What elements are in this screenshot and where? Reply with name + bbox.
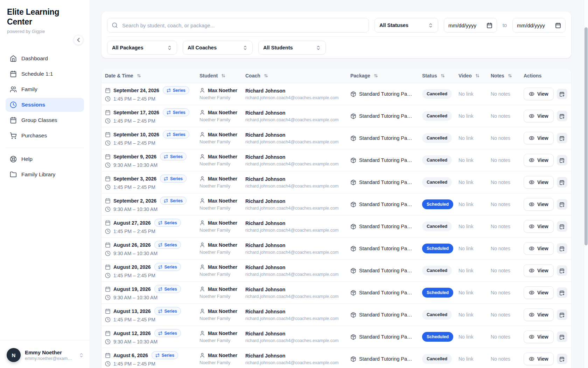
package-name: Standard Tutoring Pa… — [359, 246, 412, 251]
cell-package: Standard Tutoring Pa… — [350, 356, 422, 362]
notes-status: No notes — [491, 290, 510, 295]
column-header-student[interactable]: Student — [200, 73, 245, 79]
calendar-plus-icon — [559, 91, 565, 97]
student-name: Max Noether — [208, 353, 237, 358]
cell-package: Standard Tutoring Pa… — [350, 224, 422, 230]
coach-name: Richard Johnson — [245, 132, 285, 138]
view-button[interactable]: View — [524, 198, 554, 211]
sidebar-nav-primary: DashboardSchedule 1:1FamilySessionsGroup… — [0, 52, 90, 144]
calendar-icon — [486, 22, 492, 28]
calendar-icon — [10, 117, 17, 124]
add-to-calendar-button[interactable] — [557, 287, 567, 298]
view-button[interactable]: View — [524, 286, 554, 299]
table-body: September 24, 2026Series1:45 PM – 2:45 P… — [102, 83, 571, 368]
cell-actions: View — [524, 242, 571, 255]
sidebar-item-family-library[interactable]: Family Library — [6, 168, 84, 182]
notes-status: No notes — [491, 135, 510, 141]
add-to-calendar-button[interactable] — [557, 221, 567, 232]
column-header-notes[interactable]: Notes — [491, 73, 524, 79]
search-box — [107, 18, 369, 33]
cell-actions: View — [524, 132, 571, 144]
column-header-date-time[interactable]: Date & Time — [102, 73, 200, 79]
add-to-calendar-button[interactable] — [557, 309, 567, 320]
series-badge-label: Series — [164, 220, 177, 225]
calendar-icon — [105, 176, 111, 182]
view-button-label: View — [537, 202, 548, 207]
sidebar-item-family[interactable]: Family — [6, 82, 84, 96]
view-button[interactable]: View — [524, 132, 554, 144]
cell-package: Standard Tutoring Pa… — [350, 179, 422, 185]
view-button[interactable]: View — [524, 308, 554, 321]
view-button[interactable]: View — [524, 220, 554, 233]
add-to-calendar-button[interactable] — [557, 89, 567, 99]
column-header-status[interactable]: Status — [422, 73, 458, 79]
column-header-package[interactable]: Package — [350, 73, 422, 79]
coach-filter-select[interactable]: All Coaches — [183, 41, 253, 55]
date-from-input[interactable]: mm/dd/yyyy — [444, 18, 497, 33]
sidebar-nav-secondary: HelpFamily Library — [0, 152, 90, 183]
family-name: Noether Family — [200, 139, 230, 144]
series-badge-label: Series — [164, 287, 177, 292]
add-to-calendar-button[interactable] — [557, 332, 567, 342]
add-to-calendar-button[interactable] — [557, 155, 567, 165]
add-to-calendar-button[interactable] — [557, 199, 567, 210]
add-to-calendar-button[interactable] — [557, 111, 567, 121]
sidebar-item-help[interactable]: Help — [6, 152, 84, 166]
user-icon — [200, 264, 205, 270]
table-row: September 3, 2026Series1:45 PM – 2:45 PM… — [102, 171, 571, 193]
view-button[interactable]: View — [524, 264, 554, 277]
notes-status: No notes — [491, 91, 510, 97]
view-button[interactable]: View — [524, 330, 554, 343]
student-filter-select[interactable]: All Students — [258, 41, 326, 55]
sidebar-item-purchases[interactable]: Purchases — [6, 129, 84, 143]
series-badge-label: Series — [173, 132, 186, 137]
cell-video: No link — [458, 312, 491, 318]
video-link-status: No link — [458, 334, 474, 340]
cell-status: Scheduled — [422, 332, 458, 342]
status-filter-select[interactable]: All Statuses — [374, 18, 438, 33]
coach-email: richard.johnson.coach4@coaches.example.c… — [245, 316, 338, 321]
cell-package: Standard Tutoring Pa… — [350, 113, 422, 119]
sidebar-item-dashboard[interactable]: Dashboard — [6, 52, 84, 66]
add-to-calendar-button[interactable] — [557, 133, 567, 143]
add-to-calendar-button[interactable] — [557, 177, 567, 188]
scrollbar-thumb[interactable] — [584, 27, 588, 245]
sidebar-item-group-classes[interactable]: Group Classes — [6, 113, 84, 127]
column-label: Video — [458, 73, 472, 79]
session-date: September 17, 2026 — [113, 110, 159, 115]
add-to-calendar-button[interactable] — [557, 265, 567, 276]
eye-icon — [529, 202, 534, 207]
view-button[interactable]: View — [524, 176, 554, 189]
package-name: Standard Tutoring Pa… — [359, 290, 412, 295]
cell-status: Scheduled — [422, 199, 458, 209]
add-to-calendar-button[interactable] — [557, 243, 567, 254]
add-to-calendar-button[interactable] — [557, 354, 567, 364]
series-badge: Series — [163, 130, 189, 138]
status-badge: Scheduled — [422, 244, 453, 253]
sidebar-collapse-button[interactable] — [74, 35, 83, 45]
column-header-video[interactable]: Video — [458, 73, 491, 79]
sidebar-item-schedule-1-1[interactable]: Schedule 1:1 — [6, 67, 84, 81]
view-button[interactable]: View — [524, 353, 554, 365]
table-row: August 12, 2026Series9:30 AM – 10:30 AMM… — [102, 326, 571, 348]
column-header-coach[interactable]: Coach — [245, 73, 350, 79]
view-button[interactable]: View — [524, 154, 554, 166]
cell-video: No link — [458, 179, 491, 185]
eye-icon — [529, 224, 534, 229]
package-filter-select[interactable]: All Packages — [107, 41, 177, 55]
calendar-icon — [105, 286, 111, 292]
view-button[interactable]: View — [524, 88, 554, 100]
coach-email: richard.johnson.coach4@coaches.example.c… — [245, 162, 338, 166]
package-icon — [350, 135, 356, 141]
user-menu[interactable]: N Emmy Noether emmy.noether@exam… — [0, 343, 90, 368]
cell-datetime: August 13, 2026Series1:45 PM – 2:45 PM — [102, 307, 200, 322]
sidebar: Elite Learning Center powered by Gigpie … — [0, 0, 90, 368]
series-badge-label: Series — [164, 243, 177, 247]
session-time: 1:45 PM – 2:45 PM — [113, 140, 155, 146]
sidebar-item-sessions[interactable]: Sessions — [6, 98, 84, 112]
view-button[interactable]: View — [524, 242, 554, 255]
search-input[interactable] — [107, 18, 369, 33]
series-badge: Series — [154, 285, 181, 293]
date-to-input[interactable]: mm/dd/yyyy — [512, 18, 566, 33]
view-button[interactable]: View — [524, 110, 554, 122]
